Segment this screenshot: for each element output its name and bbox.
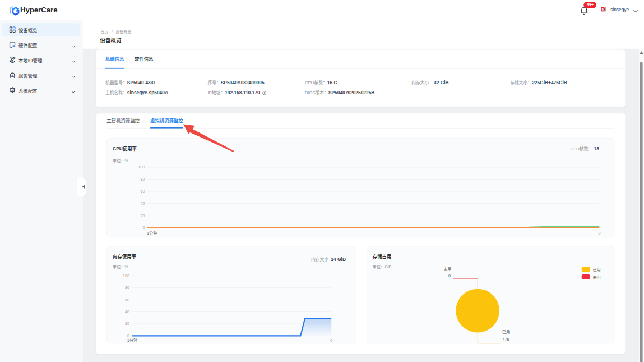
svg-text:1分钟: 1分钟 (147, 231, 157, 236)
svg-text:80: 80 (125, 286, 129, 290)
svg-text:60: 60 (141, 190, 145, 194)
svg-text:476: 476 (502, 337, 509, 342)
svg-text:0: 0 (598, 231, 600, 236)
svg-text:20: 20 (141, 214, 145, 218)
svg-text:20: 20 (125, 322, 129, 326)
svg-text:已用: 已用 (592, 268, 600, 272)
svg-text:60: 60 (125, 298, 129, 303)
svg-text:100: 100 (123, 274, 129, 278)
svg-text:100: 100 (138, 165, 145, 169)
svg-text:未用: 未用 (443, 267, 451, 272)
svg-text:0: 0 (143, 226, 145, 230)
svg-text:1分钟: 1分钟 (127, 338, 137, 343)
svg-text:40: 40 (125, 310, 129, 314)
svg-text:0: 0 (448, 274, 451, 278)
svg-text:40: 40 (141, 201, 145, 206)
svg-text:已用: 已用 (502, 330, 510, 334)
svg-text:未用: 未用 (592, 275, 600, 280)
svg-text:0: 0 (330, 338, 332, 343)
svg-text:80: 80 (141, 177, 145, 182)
